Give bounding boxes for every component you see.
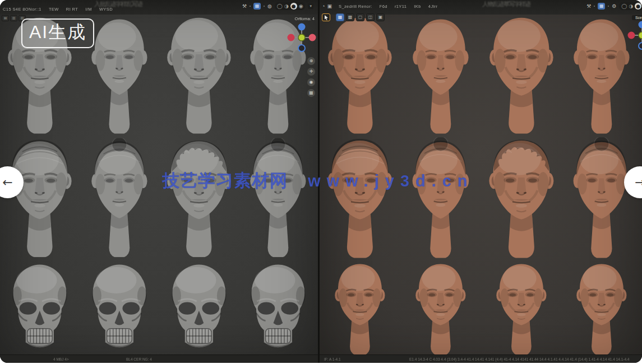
snap-icon[interactable]: ▦ <box>253 3 261 10</box>
app-icon[interactable]: ◔ <box>322 3 325 9</box>
menu-item[interactable]: RI RT <box>66 7 78 12</box>
menu-item[interactable]: IKb <box>414 4 421 9</box>
separator-dot <box>264 6 265 7</box>
right-tool-row: ▦ ▩ ▢ ◫ ▣ <box>322 13 385 21</box>
right-menubar: ◔ ▣ 人物乱迹草写字样迹 S_zedrill Renor: F6d r1Y11… <box>320 0 642 15</box>
ai-generated-badge: AI生成 <box>21 18 94 48</box>
left-menu-items: C15 S4E 8ONor::1 TEW RI RT I/M WYSD <box>3 7 113 12</box>
view-layer-icon[interactable]: ▥ <box>10 15 17 21</box>
shading-solid-icon[interactable]: ◑ <box>629 3 633 10</box>
head-female-bald <box>400 15 481 134</box>
head-male-bald <box>320 262 400 355</box>
status-text: 4 MBJ 4> <box>53 357 69 361</box>
head-female-bun <box>561 134 642 262</box>
snap-icon[interactable]: ▦ <box>598 3 605 10</box>
options-label[interactable]: Orttoma: 4 <box>295 16 315 21</box>
menu-item[interactable]: S_zedrill Renor: <box>339 4 372 9</box>
menu-item[interactable]: WYSD <box>99 7 113 12</box>
zoom-icon[interactable]: ⊕ <box>307 57 315 65</box>
shading-rendered-icon[interactable]: ◉ <box>299 3 303 10</box>
editor-type-icon[interactable]: ▤ <box>2 15 9 21</box>
menu-item[interactable]: r1Y11 <box>395 4 407 9</box>
right-menu-items: S_zedrill Renor: F6d r1Y11 IKb 4Jlrr <box>339 4 437 9</box>
scene-icon[interactable]: ▣ <box>327 3 332 9</box>
viewport-shading-pill: ◯ ◑ ● ◉ <box>619 2 642 10</box>
navigation-gizmo[interactable] <box>627 20 642 53</box>
viewport-shading-pill: ◯ ◑ ● ◉ <box>275 2 306 10</box>
viewport-controls: ⊕ ✛ ◉ ▦ <box>307 57 315 97</box>
head-male-curly <box>481 134 562 262</box>
shading-material-icon[interactable]: ● <box>290 3 297 10</box>
tool-icon[interactable]: ⚒ <box>586 3 591 10</box>
head-male-bald <box>481 262 562 355</box>
head-female-bun <box>238 134 318 262</box>
separator-dot <box>250 6 251 7</box>
head-skull <box>0 262 80 355</box>
tool-icon[interactable]: ⚒ <box>242 3 247 10</box>
head-male-bald <box>400 262 481 355</box>
right-shading-cluster: ⚒ ▦ ⚙ ◯ ◑ ● ◉ <box>586 2 642 10</box>
box-select-icon[interactable]: ▩ <box>346 13 354 21</box>
ortho-toggle-icon[interactable]: ▦ <box>307 89 315 97</box>
right-menu-lead-icons: ◔ ▣ <box>322 3 332 9</box>
left-shading-cluster: ⚒ ▦ ◍ ◯ ◑ ● ◉ ▾ <box>242 2 313 10</box>
scene-chip[interactable]: Sce <box>632 15 642 20</box>
transform-icon[interactable]: ◫ <box>366 13 375 21</box>
left-3d-viewport[interactable] <box>0 15 318 355</box>
menu-item[interactable]: I/M <box>85 7 92 12</box>
menu-item[interactable]: 4Jlrr <box>428 4 438 9</box>
head-male-bald <box>159 15 239 134</box>
left-statusbar: 4 MBJ 4> BL4 CER NG: 4 <box>0 354 318 363</box>
shading-solid-icon[interactable]: ◑ <box>284 3 289 10</box>
mode-icon-active[interactable]: ▦ <box>336 13 344 21</box>
menu-item[interactable]: C15 S4E 8ONor::1 <box>3 7 41 12</box>
head-female-bun <box>400 134 481 262</box>
right-header-scribble: 人物乱迹草写字样迹 <box>482 0 530 8</box>
head-male-bald <box>481 15 562 134</box>
menu-item[interactable]: TEW <box>49 7 59 12</box>
shading-wireframe-icon[interactable]: ◯ <box>277 3 283 10</box>
status-text: BL4 CER NG: 4 <box>126 357 152 361</box>
head-female-bun <box>80 134 159 262</box>
panel-left-clay: 入批乱迹字样乱写迹 C15 S4E 8ONor::1 TEW RI RT I/M… <box>0 0 318 363</box>
status-text: E1.4 14.3-4 C 4.03 4.4 (3.04) 3.4-4 41.4… <box>409 357 641 361</box>
head-male-bald <box>320 15 400 134</box>
head-skull <box>80 262 159 355</box>
proportional-edit-icon[interactable]: ◍ <box>267 3 272 10</box>
annotate-icon[interactable]: ▣ <box>376 13 385 21</box>
right-3d-viewport[interactable] <box>320 15 642 355</box>
camera-view-icon[interactable]: ◉ <box>307 78 315 86</box>
separator-dot <box>608 6 609 7</box>
head-skull <box>159 262 239 355</box>
head-male-slick <box>320 134 400 262</box>
head-male-curly <box>159 134 239 262</box>
panel-right-skin: ◔ ▣ 人物乱迹草写字样迹 S_zedrill Renor: F6d r1Y11… <box>320 0 642 363</box>
shading-material-icon[interactable]: ● <box>635 3 641 10</box>
pan-icon[interactable]: ✛ <box>307 68 315 76</box>
gear-icon[interactable]: ⚙ <box>612 3 616 10</box>
screenshot-card: 入批乱迹字样乱写迹 C15 S4E 8ONor::1 TEW RI RT I/M… <box>0 0 642 363</box>
navigation-gizmo[interactable] <box>287 22 317 55</box>
select-cursor-icon[interactable] <box>322 13 330 21</box>
separator-dot <box>594 6 595 7</box>
left-menubar: 入批乱迹字样乱写迹 C15 S4E 8ONor::1 TEW RI RT I/M… <box>0 0 318 15</box>
menu-item[interactable]: F6d <box>380 4 387 9</box>
right-statusbar: IF: A 1-4.1 E1.4 14.3-4 C 4.03 4.4 (3.04… <box>320 354 642 363</box>
head-skull <box>238 262 318 355</box>
head-male-bald <box>561 262 642 355</box>
chevron-down-icon[interactable]: ▾ <box>308 3 313 9</box>
lasso-select-icon[interactable]: ▢ <box>356 13 364 21</box>
shading-wireframe-icon[interactable]: ◯ <box>621 3 627 10</box>
status-text: IF: A 1-4.1 <box>324 357 341 361</box>
